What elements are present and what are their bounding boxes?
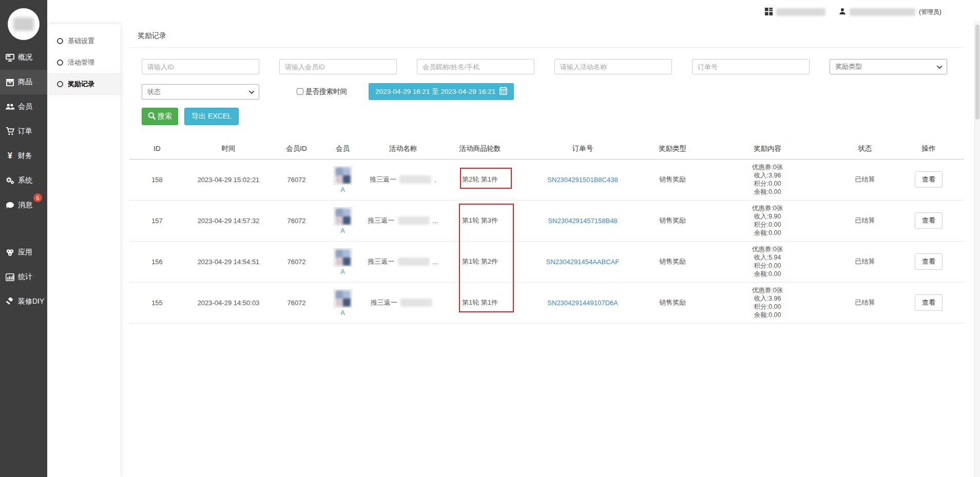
search-time-checkbox[interactable] bbox=[297, 88, 303, 95]
scrollbar-thumb[interactable] bbox=[975, 25, 979, 120]
view-button[interactable]: 查看 bbox=[915, 294, 943, 311]
cell-reward-type: 销售奖励 bbox=[647, 241, 698, 282]
member-level-label: A bbox=[321, 268, 364, 275]
redacted-avatar-image bbox=[335, 167, 351, 184]
chevron-down-icon bbox=[249, 88, 255, 94]
sidebar-item-9[interactable]: 统计 bbox=[0, 265, 47, 289]
sidebar-item-label: 商品 bbox=[18, 77, 32, 87]
filter-input-5[interactable] bbox=[692, 59, 810, 74]
sidebar-item-8[interactable]: 应用 bbox=[0, 240, 47, 265]
page-scrollbar[interactable] bbox=[974, 21, 980, 477]
reward-line: 优惠券:0张 bbox=[698, 163, 837, 171]
filter-row-1: 奖励类型 bbox=[142, 59, 948, 74]
sidebar-item-5[interactable]: ¥财务 bbox=[0, 144, 47, 168]
cell-round: 第2轮 第1件 bbox=[441, 159, 518, 200]
sidebar-item-4[interactable]: 订单 bbox=[0, 119, 47, 144]
store-switcher[interactable] bbox=[765, 8, 825, 17]
column-header: 状态 bbox=[837, 138, 893, 159]
chevron-down-icon bbox=[937, 64, 943, 69]
reward-line: 优惠券:0张 bbox=[698, 245, 837, 253]
topbar: (管理员) bbox=[47, 0, 980, 24]
activity-name-suffix: . bbox=[434, 176, 436, 184]
reward-line: 收入:5.94 bbox=[698, 253, 837, 262]
column-header: 会员ID bbox=[272, 138, 321, 159]
radio-circle-icon bbox=[57, 59, 63, 66]
redacted-activity-name bbox=[400, 299, 432, 307]
round-piece-text: 第1轮 第1件 bbox=[462, 299, 498, 306]
reward-content-lines: 优惠券:0张收入:9.90积分:0.00余额:0.00 bbox=[698, 204, 837, 237]
reward-line: 余额:0.00 bbox=[698, 229, 837, 237]
order-number-link[interactable]: SN2304291501B8C438 bbox=[547, 176, 618, 184]
cell-member-id: 76072 bbox=[272, 241, 321, 282]
records-table-wrap: ID时间会员ID会员活动名称活动商品轮数订单号奖励类型奖励内容状态操作 1582… bbox=[129, 138, 964, 324]
filter-input-4[interactable] bbox=[554, 59, 672, 74]
order-number-link[interactable]: SN2304291449107D6A bbox=[547, 299, 618, 307]
cell-action: 查看 bbox=[893, 200, 964, 241]
member-avatar bbox=[334, 207, 352, 226]
calendar-icon bbox=[499, 87, 507, 96]
cell-activity: 推三返一... bbox=[364, 241, 441, 282]
submenu-item-1[interactable]: 基础设置 bbox=[47, 30, 121, 52]
search-button[interactable]: 搜索 bbox=[142, 108, 178, 125]
redacted-avatar-image bbox=[335, 249, 351, 266]
view-button[interactable]: 查看 bbox=[915, 253, 943, 270]
page-title: 奖励记录 bbox=[138, 31, 973, 41]
redacted-avatar-content bbox=[13, 17, 34, 31]
cell-id: 158 bbox=[129, 159, 185, 200]
cell-action: 查看 bbox=[893, 282, 964, 323]
activity-name-text: 推三返一 bbox=[370, 175, 396, 184]
cell-order: SN2304291449107D6A bbox=[518, 282, 647, 323]
cell-action: 查看 bbox=[893, 159, 964, 200]
system-icon bbox=[6, 176, 14, 185]
app-root: 概况商品会员订单¥财务系统消息6应用统计装修DIY (管理员) 基础设置活动管理… bbox=[0, 0, 980, 477]
sidebar-item-7[interactable]: 消息6 bbox=[0, 193, 47, 217]
filter-input-1[interactable] bbox=[142, 59, 259, 74]
cell-order: SN2304291457158B48 bbox=[518, 200, 647, 241]
date-range-text: 2023-04-29 16:21 至 2023-04-29 16:21 bbox=[375, 87, 495, 96]
cell-reward-type: 销售奖励 bbox=[647, 200, 698, 241]
cell-reward-content: 优惠券:0张收入:3.96积分:0.00余额:0.00 bbox=[698, 282, 837, 323]
sidebar-item-label: 会员 bbox=[18, 102, 32, 111]
filter-input-2[interactable] bbox=[279, 59, 397, 74]
cell-reward-content: 优惠券:0张收入:5.94积分:0.00余额:0.00 bbox=[698, 241, 837, 282]
reward-line: 收入:9.90 bbox=[698, 212, 837, 221]
reward-line: 余额:0.00 bbox=[698, 270, 837, 278]
filter-input-3[interactable] bbox=[417, 59, 534, 74]
members-icon bbox=[6, 103, 14, 111]
search-time-checkbox-label: 是否搜索时间 bbox=[305, 87, 347, 96]
sidebar-item-label: 消息 bbox=[18, 201, 32, 210]
status-select[interactable]: 状态 bbox=[142, 84, 259, 100]
reward-content-lines: 优惠券:0张收入:5.94积分:0.00余额:0.00 bbox=[698, 245, 837, 278]
reward-line: 收入:3.96 bbox=[698, 294, 837, 303]
cell-member: A bbox=[321, 200, 364, 241]
sidebar-item-3[interactable]: 会员 bbox=[0, 94, 47, 119]
redacted-avatar-image bbox=[335, 290, 351, 307]
activity-name-text: 推三返一 bbox=[371, 298, 397, 307]
submenu-nav: 基础设置活动管理奖励记录 bbox=[47, 30, 121, 95]
search-button-label: 搜索 bbox=[158, 112, 172, 121]
sidebar-item-10[interactable]: 装修DIY bbox=[0, 289, 47, 314]
sidebar-item-2[interactable]: 商品 bbox=[0, 70, 47, 94]
member-avatar bbox=[334, 166, 352, 185]
reward-type-select[interactable]: 奖励类型 bbox=[830, 59, 947, 74]
reward-line: 积分:0.00 bbox=[698, 180, 837, 188]
submenu-item-2[interactable]: 活动管理 bbox=[47, 52, 121, 73]
round-piece-text: 第2轮 第1件 bbox=[462, 175, 498, 183]
view-button[interactable]: 查看 bbox=[915, 212, 943, 229]
account-menu[interactable]: (管理员) bbox=[839, 8, 941, 16]
overview-icon bbox=[6, 53, 14, 62]
view-button[interactable]: 查看 bbox=[915, 171, 943, 188]
activity-name-suffix: ... bbox=[433, 217, 438, 225]
sidebar-item-label: 统计 bbox=[18, 272, 32, 282]
export-excel-button[interactable]: 导出 EXCEL bbox=[184, 108, 239, 125]
sidebar-item-6[interactable]: 系统 bbox=[0, 168, 47, 193]
submenu-item-3[interactable]: 奖励记录 bbox=[47, 73, 121, 95]
date-range-button[interactable]: 2023-04-29 16:21 至 2023-04-29 16:21 bbox=[369, 83, 514, 100]
store-avatar[interactable] bbox=[0, 0, 47, 45]
order-number-link[interactable]: SN2304291454AABCAF bbox=[546, 258, 619, 266]
reward-content-lines: 优惠券:0张收入:3.96积分:0.00余额:0.00 bbox=[698, 286, 837, 319]
order-number-link[interactable]: SN2304291457158B48 bbox=[548, 217, 617, 225]
sidebar-item-1[interactable]: 概况 bbox=[0, 45, 47, 70]
table-row: 1552023-04-29 14:50:0376072A推三返一第1轮 第1件S… bbox=[129, 282, 964, 323]
reward-line: 积分:0.00 bbox=[698, 262, 837, 270]
